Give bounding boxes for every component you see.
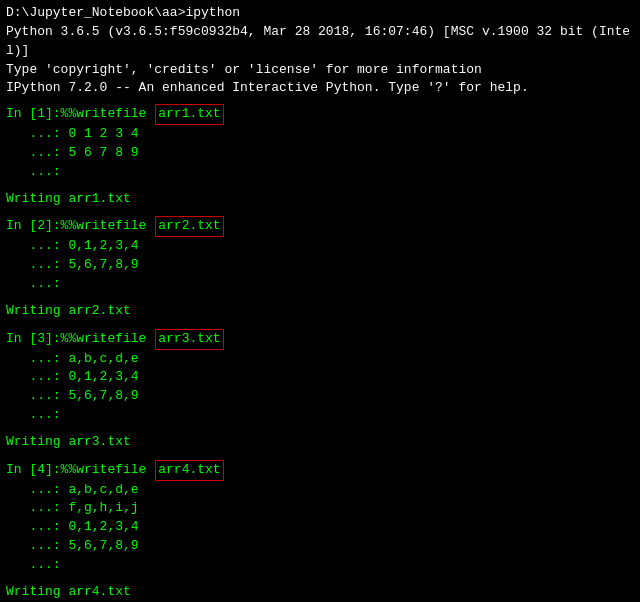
- cell-4-prompt: In [4]:: [6, 461, 61, 480]
- cell-4-line-5: ...:: [6, 556, 634, 575]
- cell-1-prompt: In [1]:: [6, 105, 61, 124]
- cell-2-line-2: ...: 5,6,7,8,9: [6, 256, 634, 275]
- cell-3-command: %%writefile: [61, 330, 155, 349]
- cell-2-prompt: In [2]:: [6, 217, 61, 236]
- cell-2-line-3: ...:: [6, 275, 634, 294]
- cell-3-line-1: ...: a,b,c,d,e: [6, 350, 634, 369]
- cell-4-command: %%writefile: [61, 461, 155, 480]
- cell-2-line-1: ...: 0,1,2,3,4: [6, 237, 634, 256]
- cell-3-prompt-line: In [3]: %%writefile arr3.txt: [6, 329, 634, 350]
- cell-4-line-1: ...: a,b,c,d,e: [6, 481, 634, 500]
- cell-2-command: %%writefile: [61, 217, 155, 236]
- cell-3-prompt: In [3]:: [6, 330, 61, 349]
- cell-4-line-2: ...: f,g,h,i,j: [6, 499, 634, 518]
- cell-1-filename: arr1.txt: [155, 104, 223, 125]
- cell-4-line-3: ...: 0,1,2,3,4: [6, 518, 634, 537]
- cell-3-line-3: ...: 5,6,7,8,9: [6, 387, 634, 406]
- cell-1-line-2: ...: 5 6 7 8 9: [6, 144, 634, 163]
- cell-1-prompt-line: In [1]: %%writefile arr1.txt: [6, 104, 634, 125]
- cell-2-prompt-line: In [2]: %%writefile arr2.txt: [6, 216, 634, 237]
- cell-2-filename: arr2.txt: [155, 216, 223, 237]
- cell-4-filename: arr4.txt: [155, 460, 223, 481]
- header-line-1: Python 3.6.5 (v3.6.5:f59c0932b4, Mar 28 …: [6, 23, 634, 42]
- cell-1-output: Writing arr1.txt: [6, 190, 634, 209]
- header-line-3: Type 'copyright', 'credits' or 'license'…: [6, 61, 634, 80]
- cell-2-output: Writing arr2.txt: [6, 302, 634, 321]
- header-line-4: IPython 7.2.0 -- An enhanced Interactive…: [6, 79, 634, 98]
- cell-1-command: %%writefile: [61, 105, 155, 124]
- cell-1-line-3: ...:: [6, 163, 634, 182]
- cell-4-line-4: ...: 5,6,7,8,9: [6, 537, 634, 556]
- cell-3-filename: arr3.txt: [155, 329, 223, 350]
- terminal-window: D:\Jupyter_Notebook\aa>ipython Python 3.…: [0, 0, 640, 602]
- cell-4-prompt-line: In [4]: %%writefile arr4.txt: [6, 460, 634, 481]
- cell-3-line-2: ...: 0,1,2,3,4: [6, 368, 634, 387]
- cell-3-output: Writing arr3.txt: [6, 433, 634, 452]
- cell-3-line-4: ...:: [6, 406, 634, 425]
- cell-1-line-1: ...: 0 1 2 3 4: [6, 125, 634, 144]
- title-line: D:\Jupyter_Notebook\aa>ipython: [6, 4, 634, 23]
- cell-4-output: Writing arr4.txt: [6, 583, 634, 602]
- header-line-2: l)]: [6, 42, 634, 61]
